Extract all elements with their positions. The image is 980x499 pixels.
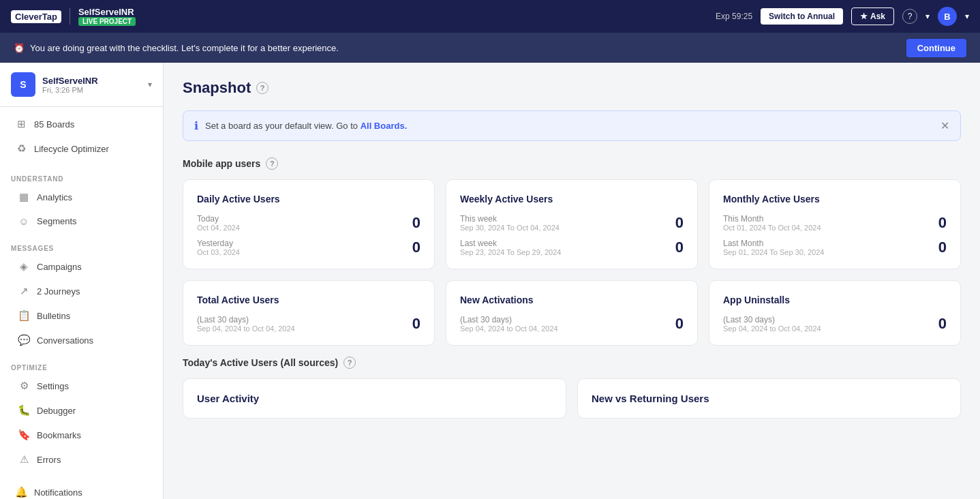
settings-icon: ⚙	[18, 380, 30, 392]
row-value: 0	[675, 214, 684, 232]
info-banner-text: Set a board as your default view. Go to …	[205, 121, 934, 131]
top-navigation: CleverTap SelfServeINR LIVE PROJECT Exp …	[0, 0, 980, 33]
row-date: Sep 04, 2024 to Oct 04, 2024	[197, 324, 295, 333]
card-row-yesterday: Yesterday Oct 03, 2024 0	[197, 239, 420, 256]
card-total-active: Total Active Users (Last 30 days) Sep 04…	[183, 280, 435, 346]
sidebar-item-label: Conversations	[37, 335, 93, 346]
row-subtitle: (Last 30 days)	[723, 315, 821, 324]
card-row-total: (Last 30 days) Sep 04, 2024 to Oct 04, 2…	[197, 315, 420, 333]
row-date: Sep 01, 2024 To Sep 30, 2024	[723, 248, 824, 256]
app-layout: S SelfServeINR Fri, 3:26 PM ▾ ⊞ 85 Board…	[0, 63, 980, 499]
nav-divider	[70, 8, 70, 25]
card-title: New vs Returning Users	[592, 393, 947, 404]
project-info: SelfServeINR LIVE PROJECT	[78, 7, 136, 26]
card-row-thismonth: This Month Oct 01, 2024 To Oct 04, 2024 …	[723, 214, 947, 232]
sidebar-item-label: Settings	[37, 381, 69, 391]
row-label: Today	[197, 214, 240, 224]
sidebar: S SelfServeINR Fri, 3:26 PM ▾ ⊞ 85 Board…	[0, 63, 164, 499]
banner-icon: ⏰	[14, 43, 25, 53]
sidebar-item-lifecycle[interactable]: ♻ Lifecycle Optimizer	[8, 137, 155, 160]
sidebar-item-label: 2 Journeys	[37, 286, 80, 297]
row-subtitle: (Last 30 days)	[197, 315, 295, 324]
sidebar-item-label: Campaigns	[37, 262, 82, 272]
card-title: Weekly Active Users	[460, 194, 684, 205]
ask-button[interactable]: ★ Ask	[851, 7, 894, 25]
continue-button[interactable]: Continue	[906, 39, 966, 57]
card-new-activations: New Activations (Last 30 days) Sep 04, 2…	[446, 280, 698, 346]
row-label: Last week	[460, 239, 561, 248]
row-label: Yesterday	[197, 239, 240, 248]
optimize-section: OPTIMIZE ⚙ Settings 🐛 Debugger 🔖 Bookmar…	[0, 356, 163, 475]
lifecycle-icon: ♻	[15, 142, 27, 155]
banner-message: You are doing great with the checklist. …	[30, 43, 339, 53]
understand-section: UNDERSTAND ▦ Analytics ☺ Segments	[0, 167, 163, 237]
profile-time: Fri, 3:26 PM	[42, 86, 98, 94]
card-mau: Monthly Active Users This Month Oct 01, …	[709, 179, 961, 269]
todays-active-label: Today's Active Users (All sources) ?	[183, 357, 961, 369]
sidebar-item-label: Analytics	[37, 192, 72, 202]
sidebar-item-conversations[interactable]: 💬 Conversations	[11, 329, 152, 352]
logo: CleverTap	[11, 10, 61, 23]
sidebar-item-label: Notifications	[34, 487, 82, 498]
avatar: S	[11, 72, 35, 97]
card-row-thisweek: This week Sep 30, 2024 To Oct 04, 2024 0	[460, 214, 684, 232]
row-label: This Month	[723, 214, 821, 224]
page-title-row: Snapshot ?	[183, 79, 961, 97]
card-new-vs-returning: New vs Returning Users	[577, 378, 961, 419]
switch-to-annual-button[interactable]: Switch to Annual	[761, 8, 843, 25]
project-name: SelfServeINR	[78, 7, 136, 17]
sidebar-item-notifications[interactable]: 🔔 Notifications	[8, 481, 155, 499]
info-banner: ℹ Set a board as your default view. Go t…	[183, 110, 961, 141]
sidebar-item-journeys[interactable]: ↗ 2 Journeys	[11, 279, 152, 303]
section-label-understand: UNDERSTAND	[11, 175, 152, 183]
sidebar-item-settings[interactable]: ⚙ Settings	[11, 374, 152, 397]
avatar[interactable]: B	[938, 7, 957, 26]
sidebar-item-boards[interactable]: ⊞ 85 Boards	[8, 112, 155, 136]
errors-icon: ⚠	[18, 453, 30, 466]
profile-chevron-icon[interactable]: ▾	[148, 80, 152, 89]
row-date: Sep 23, 2024 To Sep 29, 2024	[460, 248, 561, 256]
sidebar-item-analytics[interactable]: ▦ Analytics	[11, 185, 152, 209]
page-title-help-icon[interactable]: ?	[256, 82, 269, 94]
profile-name: SelfServeINR	[42, 76, 98, 86]
card-row-lastmonth: Last Month Sep 01, 2024 To Sep 30, 2024 …	[723, 239, 947, 256]
row-date: Sep 04, 2024 to Oct 04, 2024	[460, 324, 558, 333]
row-date: Sep 30, 2024 To Oct 04, 2024	[460, 224, 560, 232]
sidebar-item-label: Bookmarks	[37, 430, 81, 440]
chevron-down-icon[interactable]: ▾	[925, 12, 930, 21]
sidebar-profile[interactable]: S SelfServeINR Fri, 3:26 PM ▾	[0, 63, 163, 107]
card-wau: Weekly Active Users This week Sep 30, 20…	[446, 179, 698, 269]
mobile-users-help-icon[interactable]: ?	[266, 157, 278, 170]
row-value: 0	[412, 315, 420, 333]
debugger-icon: 🐛	[18, 404, 30, 417]
topnav-right: Exp 59:25 Switch to Annual ★ Ask ? ▾ B ▾	[716, 7, 969, 26]
card-user-activity: User Activity	[183, 378, 566, 419]
sidebar-item-bookmarks[interactable]: 🔖 Bookmarks	[11, 423, 152, 447]
sidebar-main-nav: ⊞ 85 Boards ♻ Lifecycle Optimizer	[0, 107, 163, 167]
close-icon[interactable]: ✕	[940, 119, 949, 132]
sidebar-item-bulletins[interactable]: 📋 Bulletins	[11, 304, 152, 327]
card-title: App Uninstalls	[723, 294, 947, 305]
avatar-chevron-icon[interactable]: ▾	[965, 12, 969, 21]
sidebar-bottom-nav: 🔔 Notifications 🏢 Organization	[0, 475, 163, 499]
help-icon[interactable]: ?	[902, 9, 917, 24]
row-label: This week	[460, 214, 560, 224]
sidebar-item-label: Bulletins	[37, 311, 70, 321]
sidebar-item-segments[interactable]: ☺ Segments	[11, 210, 152, 232]
expiry-timer: Exp 59:25	[716, 12, 752, 21]
journeys-icon: ↗	[18, 285, 30, 297]
sidebar-item-label: Segments	[37, 216, 77, 226]
info-icon: ℹ	[194, 119, 198, 132]
sidebar-item-campaigns[interactable]: ◈ Campaigns	[11, 255, 152, 278]
row-value: 0	[675, 239, 684, 256]
all-boards-link[interactable]: All Boards.	[361, 121, 408, 131]
sidebar-item-errors[interactable]: ⚠ Errors	[11, 448, 152, 471]
row-label: Last Month	[723, 239, 824, 248]
ask-label: Ask	[870, 12, 885, 21]
sidebar-item-debugger[interactable]: 🐛 Debugger	[11, 399, 152, 422]
ask-star-icon: ★	[860, 12, 868, 21]
mobile-users-text: Mobile app users	[183, 158, 260, 169]
todays-active-text: Today's Active Users (All sources)	[183, 357, 338, 368]
card-title: New Activations	[460, 294, 684, 305]
todays-active-help-icon[interactable]: ?	[343, 357, 356, 369]
